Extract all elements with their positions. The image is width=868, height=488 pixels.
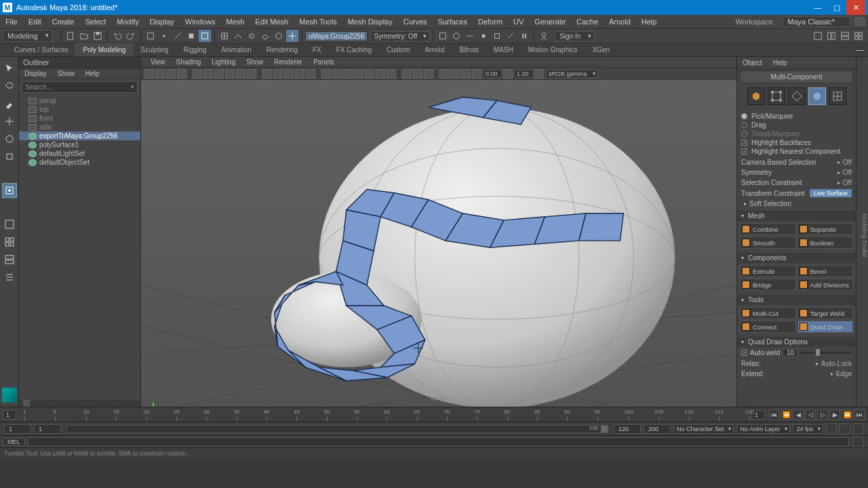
shelf-tab[interactable]: Bifrost: [452, 43, 486, 56]
layout-1-icon[interactable]: [812, 30, 824, 42]
range-slider-track[interactable]: 120: [66, 425, 608, 433]
outliner-item[interactable]: top: [19, 105, 140, 114]
vp-icon[interactable]: [203, 69, 213, 79]
combine-button[interactable]: Combine: [740, 223, 796, 235]
shelf-tab[interactable]: Sculpting: [133, 43, 176, 56]
anim-start-field[interactable]: 1: [4, 424, 31, 434]
redo-icon[interactable]: [125, 30, 137, 42]
vp-icon[interactable]: [503, 69, 513, 79]
vp-icon[interactable]: [461, 69, 471, 79]
menu-cache[interactable]: Cache: [571, 18, 604, 26]
live-object-field[interactable]: oMaya:Group2256: [305, 31, 368, 41]
open-scene-icon[interactable]: [78, 30, 90, 42]
symmetry-selector[interactable]: Symmetry: Off: [370, 31, 430, 41]
outliner-toggle-icon[interactable]: [2, 270, 17, 285]
shelf-tab[interactable]: Curves / Surfaces: [7, 43, 75, 56]
rpanel-menu-help[interactable]: Help: [768, 59, 793, 66]
vp-icon[interactable]: [306, 69, 315, 79]
undo-icon[interactable]: [111, 30, 123, 42]
bevel-button[interactable]: Bevel: [797, 265, 854, 277]
auto-weld-option[interactable]: ✓ Auto-weld 10: [737, 347, 856, 359]
rp-icon[interactable]: [505, 30, 517, 42]
outliner-item[interactable]: persp: [19, 96, 140, 105]
range-in-field[interactable]: 1: [34, 424, 61, 434]
vp-icon[interactable]: [534, 69, 544, 79]
four-pane-icon[interactable]: [2, 235, 17, 249]
single-pane-icon[interactable]: [2, 217, 17, 232]
menu-deform[interactable]: Deform: [473, 18, 508, 26]
maximize-button[interactable]: ▢: [827, 0, 846, 15]
auto-weld-slider[interactable]: [800, 352, 852, 354]
play-fwd-icon[interactable]: ▷: [817, 409, 828, 420]
vp-icon[interactable]: [321, 69, 331, 79]
lasso-tool-icon[interactable]: [2, 79, 17, 94]
camera-based-selection[interactable]: Camera Based Selection▸Off: [737, 157, 856, 167]
vp-icon[interactable]: [472, 69, 481, 79]
menu-edit-mesh[interactable]: Edit Mesh: [250, 18, 294, 26]
shelf-tab[interactable]: MASH: [486, 43, 521, 56]
bridge-button[interactable]: Bridge: [740, 279, 796, 291]
vp-icon[interactable]: [439, 69, 449, 79]
make-live-icon[interactable]: [286, 30, 298, 42]
selection-constraint[interactable]: Selection Constraint▸Off: [737, 178, 856, 188]
shelf-tab[interactable]: Poly Modeling: [75, 43, 133, 56]
outliner-menu-show[interactable]: Show: [52, 70, 80, 77]
menu-help[interactable]: Help: [636, 18, 663, 26]
workspace-selector[interactable]: Maya Classic*: [783, 16, 850, 27]
vp-icon[interactable]: [214, 69, 224, 79]
pick-marquee-option[interactable]: Pick/Marquee: [741, 112, 852, 121]
outliner-menu-help[interactable]: Help: [80, 70, 105, 77]
vp-icon[interactable]: [166, 69, 176, 79]
extend-option[interactable]: Extend:▸Edge: [737, 369, 856, 379]
section-mesh[interactable]: ▾Mesh: [737, 211, 856, 221]
menu-mesh-display[interactable]: Mesh Display: [342, 18, 398, 26]
menu-uv[interactable]: UV: [508, 18, 529, 26]
vp-icon[interactable]: [332, 69, 342, 79]
snap-live-icon[interactable]: [273, 30, 285, 42]
vp-menu-shading[interactable]: Shading: [171, 58, 207, 66]
snap-plane-icon[interactable]: [259, 30, 271, 42]
connect-button[interactable]: Connect: [740, 321, 796, 333]
vp-menu-lighting[interactable]: Lighting: [206, 58, 241, 66]
extrude-button[interactable]: Extrude: [740, 265, 796, 277]
vp-menu-panels[interactable]: Panels: [308, 58, 340, 66]
lock-icon[interactable]: [854, 17, 865, 26]
vp-icon[interactable]: [193, 69, 202, 79]
new-scene-icon[interactable]: [64, 30, 77, 42]
vp-icon[interactable]: [295, 69, 304, 79]
object-mode-icon[interactable]: [747, 87, 765, 105]
right-tab-strip[interactable]: Modeling Toolkit: [856, 57, 868, 407]
shelf-tab[interactable]: FX: [305, 43, 329, 56]
shelf-tab[interactable]: Motion Graphics: [521, 43, 585, 56]
snap-grid-icon[interactable]: [218, 30, 231, 42]
vp-icon[interactable]: [273, 69, 283, 79]
cn-icon[interactable]: [464, 30, 476, 42]
paint-select-tool-icon[interactable]: [2, 96, 17, 111]
target-weld-button[interactable]: Target Weld: [797, 307, 854, 319]
ig-icon[interactable]: [437, 30, 449, 42]
menu-mesh-tools[interactable]: Mesh Tools: [294, 18, 342, 26]
vp-icon[interactable]: [284, 69, 294, 79]
tweak-marquee-option[interactable]: Tweak/Marquee: [741, 129, 852, 138]
edge-mode-icon[interactable]: [788, 87, 806, 105]
save-scene-icon[interactable]: [92, 30, 104, 42]
sel-vert-icon[interactable]: [158, 30, 170, 42]
highlight-nearest-option[interactable]: ✓Highlight Nearest Component: [741, 147, 852, 156]
vp-icon[interactable]: [387, 69, 396, 79]
relax-option[interactable]: Relax:▸Auto-Lock: [737, 359, 856, 369]
outliner-item[interactable]: polySurface1: [19, 140, 140, 149]
command-input[interactable]: [28, 437, 849, 447]
pause-icon[interactable]: [518, 30, 530, 42]
face-mode-icon[interactable]: [808, 87, 826, 105]
menu-create[interactable]: Create: [47, 18, 80, 26]
vp-icon[interactable]: [343, 69, 353, 79]
vp-icon[interactable]: [177, 69, 186, 79]
highlight-backfaces-option[interactable]: ✓Highlight Backfaces: [741, 138, 852, 147]
symmetry-option[interactable]: Symmetry▸Off: [737, 167, 856, 178]
step-fwd-icon[interactable]: ▶: [829, 409, 840, 420]
vp-icon[interactable]: [144, 69, 154, 79]
shelf-tab[interactable]: FX Caching: [329, 43, 379, 56]
layout-3-icon[interactable]: [839, 30, 851, 42]
vp-menu-view[interactable]: View: [145, 58, 171, 66]
outliner-item[interactable]: defaultLightSet: [19, 149, 140, 158]
